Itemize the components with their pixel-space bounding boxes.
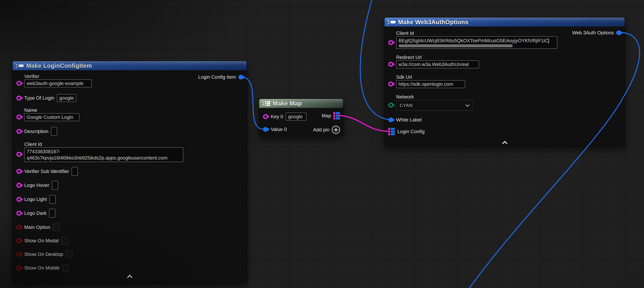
node-title: Make LoginConfigItem bbox=[26, 62, 92, 69]
pin-label-description: Description bbox=[24, 129, 48, 134]
pin-network[interactable] bbox=[388, 103, 394, 108]
pin-type-of-login[interactable] bbox=[16, 96, 22, 101]
field-scrollbar[interactable] bbox=[398, 44, 513, 47]
pin-label-white-label: White Label bbox=[396, 117, 422, 123]
pin-row-client-id: Client Id 774338308167- q463s7kpvja16l4l… bbox=[16, 142, 183, 162]
pin-label-key-0: Key 0 bbox=[271, 114, 283, 119]
pin-row-show-on-mobile: Show On Mobile bbox=[16, 263, 69, 272]
pin-label-main-option: Main Option bbox=[24, 224, 50, 230]
node-make-web3auth-options[interactable]: ↘↗ Make Web3AuthOptions Client Id BEglQS… bbox=[384, 17, 625, 146]
pin-main-option[interactable] bbox=[16, 225, 22, 230]
pin-label-name: Name bbox=[24, 107, 80, 113]
pin-client-id[interactable] bbox=[388, 40, 394, 45]
node-title: Make Web3AuthOptions bbox=[398, 19, 468, 26]
pin-label-show-on-mobile: Show On Mobile bbox=[24, 265, 60, 271]
field-logo-dark[interactable] bbox=[49, 209, 55, 218]
field-key-0[interactable]: google bbox=[286, 113, 306, 121]
node-header[interactable]: ↘↗ Make LoginConfigItem bbox=[12, 61, 247, 70]
pin-key-0[interactable] bbox=[263, 114, 268, 119]
add-pin-button[interactable]: Add pin bbox=[313, 126, 340, 133]
pin-web3auth-options-output[interactable] bbox=[616, 31, 622, 35]
pin-row-login-config: Login Config bbox=[388, 127, 424, 136]
pin-row-network: Network CYAN bbox=[388, 94, 472, 111]
pin-logo-dark[interactable] bbox=[16, 211, 22, 216]
pin-show-on-modal[interactable] bbox=[16, 238, 22, 243]
field-sdk-url[interactable]: https://sdk.openlogin.com bbox=[396, 80, 465, 88]
pin-logo-hover[interactable] bbox=[16, 183, 22, 188]
pin-label-verifier-sub-identifier: Verifier Sub Identifier bbox=[24, 169, 69, 174]
pin-verifier-sub-identifier[interactable] bbox=[16, 169, 22, 174]
chevron-down-icon bbox=[466, 103, 470, 107]
pin-sdk-url[interactable] bbox=[388, 82, 394, 87]
make-struct-icon: ↘↗ bbox=[387, 19, 396, 25]
pin-label-login-config: Login Config bbox=[398, 129, 424, 134]
pin-label-show-on-desktop: Show On Desktop bbox=[24, 251, 63, 257]
pin-row-type-of-login: Type Of Login google bbox=[16, 94, 76, 102]
pin-label-type-of-login: Type Of Login bbox=[24, 95, 54, 101]
pin-row-login-config-item: Login Config Item bbox=[198, 74, 244, 80]
pin-label-logo-light: Logo Light bbox=[24, 196, 47, 202]
field-client-id[interactable]: 774338308167- q463s7kpvja16l4l0kko3nb925… bbox=[24, 147, 183, 162]
checkbox-show-on-modal[interactable] bbox=[61, 237, 68, 245]
pin-row-show-on-desktop: Show On Desktop bbox=[16, 250, 72, 259]
field-logo-hover[interactable] bbox=[52, 181, 58, 190]
field-verifier[interactable]: web3auth-google-example bbox=[24, 80, 92, 87]
pin-label-logo-hover: Logo Hover bbox=[24, 182, 49, 188]
field-client-id[interactable]: BEglQSgt4cUWcj6SKRdu5QkOXTsePmMcusG5EAoy… bbox=[396, 36, 557, 49]
plus-circle-icon bbox=[332, 126, 340, 134]
pin-white-label[interactable] bbox=[388, 118, 394, 122]
pin-row-white-label: White Label bbox=[388, 115, 422, 124]
pin-client-id[interactable] bbox=[16, 152, 22, 157]
pin-label-redirect-url: Redirect Url bbox=[396, 55, 479, 60]
node-header[interactable]: ↘↗ Make Map bbox=[259, 99, 343, 108]
network-dropdown[interactable]: CYAN bbox=[396, 100, 472, 111]
node-header[interactable]: ↘↗ Make Web3AuthOptions bbox=[384, 18, 625, 27]
pin-value-0[interactable] bbox=[263, 127, 268, 132]
pin-row-description: Description bbox=[16, 127, 57, 136]
pin-show-on-mobile[interactable] bbox=[16, 265, 22, 270]
pin-logo-light[interactable] bbox=[16, 197, 22, 202]
pin-row-map-output: Map bbox=[322, 112, 340, 119]
field-redirect-url[interactable]: w3a://com.w3a.Web3AuthUnreal bbox=[396, 61, 479, 68]
pin-label-sdk-url: Sdk Url bbox=[396, 74, 465, 80]
pin-label-logo-dark: Logo Dark bbox=[24, 210, 46, 216]
pin-redirect-url[interactable] bbox=[388, 62, 394, 67]
pin-label-client-id: Client Id bbox=[396, 31, 557, 36]
pin-label-login-config-item: Login Config Item bbox=[198, 74, 236, 80]
checkbox-show-on-mobile[interactable] bbox=[62, 264, 69, 272]
pin-row-client-id: Client Id BEglQSgt4cUWcj6SKRdu5QkOXTsePm… bbox=[388, 31, 557, 49]
pin-row-logo-dark: Logo Dark bbox=[16, 209, 55, 218]
field-logo-light[interactable] bbox=[50, 195, 56, 204]
field-name[interactable]: Google Custom Login bbox=[24, 113, 80, 121]
pin-name[interactable] bbox=[16, 115, 22, 120]
pin-label-value-0: Value 0 bbox=[271, 127, 287, 132]
checkbox-main-option[interactable] bbox=[53, 223, 60, 231]
pin-label-map-output: Map bbox=[322, 113, 331, 119]
make-struct-icon: ↘↗ bbox=[15, 63, 24, 69]
field-verifier-sub-identifier[interactable] bbox=[72, 167, 78, 176]
pin-row-verifier: Verifier web3auth-google-example bbox=[16, 74, 92, 87]
pin-row-logo-hover: Logo Hover bbox=[16, 181, 58, 190]
pin-row-show-on-modal: Show On Modal bbox=[16, 236, 68, 245]
pin-verifier[interactable] bbox=[16, 81, 22, 86]
node-make-map[interactable]: ↘↗ Make Map Key 0 google Value 0 Map Add… bbox=[259, 99, 344, 136]
pin-row-web3auth-options-output: Web 3Auth Options bbox=[572, 30, 622, 36]
node-make-login-config-item[interactable]: ↘↗ Make LoginConfigItem Verifier web3aut… bbox=[12, 61, 247, 283]
chevron-up-icon[interactable] bbox=[125, 274, 134, 279]
pin-login-config[interactable] bbox=[388, 128, 395, 135]
wire-map-to-login-config[interactable] bbox=[338, 115, 388, 131]
pin-label-show-on-modal: Show On Modal bbox=[24, 238, 59, 243]
make-map-icon: ↘↗ bbox=[262, 101, 270, 106]
pin-row-name: Name Google Custom Login bbox=[16, 107, 80, 121]
pin-row-value-0: Value 0 bbox=[263, 125, 287, 134]
pin-description[interactable] bbox=[16, 129, 22, 134]
chevron-up-icon[interactable] bbox=[500, 140, 509, 145]
pin-show-on-desktop[interactable] bbox=[16, 252, 22, 257]
pin-label-verifier: Verifier bbox=[24, 74, 92, 79]
pin-row-verifier-sub-identifier: Verifier Sub Identifier bbox=[16, 167, 78, 176]
pin-label-network: Network bbox=[396, 94, 472, 100]
checkbox-show-on-desktop[interactable] bbox=[66, 250, 72, 258]
field-description[interactable] bbox=[51, 127, 57, 136]
field-type-of-login[interactable]: google bbox=[57, 94, 76, 102]
add-pin-label: Add pin bbox=[313, 127, 330, 133]
